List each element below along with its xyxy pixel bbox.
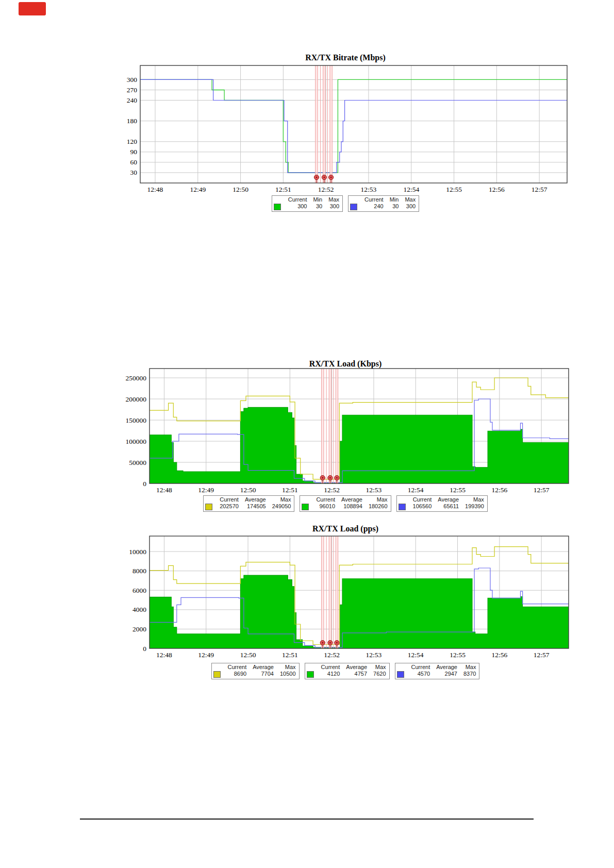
legend-value: 7704	[246, 671, 274, 678]
legend-header: Max	[274, 664, 296, 671]
legend-box: CurrentMinMax24030300	[348, 195, 419, 212]
legend-header: Current	[222, 664, 247, 671]
legend-value: 4570	[405, 671, 430, 678]
svg-text:12:50: 12:50	[240, 651, 256, 659]
legend-header: Average	[432, 496, 459, 503]
svg-text:100000: 100000	[126, 438, 147, 445]
legend-value: 30	[307, 203, 322, 210]
svg-text:200000: 200000	[126, 395, 147, 403]
svg-text:300: 300	[127, 76, 138, 84]
legend-value: 2947	[430, 671, 457, 678]
svg-text:12:50: 12:50	[240, 486, 256, 494]
svg-text:12:56: 12:56	[489, 186, 505, 193]
bitrate-chart-canvas: 12:4812:4912:5012:5112:5212:5312:5412:55…	[119, 64, 572, 194]
svg-text:12:53: 12:53	[366, 651, 382, 659]
svg-text:12:49: 12:49	[198, 486, 214, 494]
event-marker-lines	[322, 536, 338, 648]
svg-text:12:55: 12:55	[450, 486, 466, 494]
svg-text:12:55: 12:55	[450, 651, 466, 659]
legend-header: Max	[399, 196, 416, 203]
legend-header: Min	[384, 196, 399, 203]
legend-value: 199390	[459, 503, 484, 510]
legend-value: 30	[384, 203, 399, 210]
svg-text:12:48: 12:48	[156, 486, 172, 494]
legend-swatch	[213, 671, 221, 678]
svg-text:8000: 8000	[132, 567, 146, 575]
legend-header: Current	[310, 496, 335, 503]
legend-swatch	[205, 504, 212, 510]
svg-text:0: 0	[143, 480, 146, 488]
legend-header: Current	[282, 196, 307, 203]
load-pps-chart-title: RX/TX Load (pps)	[119, 524, 572, 533]
legend-value: 4120	[315, 671, 340, 678]
legend-box: CurrentAverageMax457029478370	[395, 663, 480, 679]
legend-value: 65611	[432, 503, 459, 510]
event-marker-lines	[316, 65, 333, 183]
y-axis-labels: 0200040006000800010000	[129, 548, 146, 653]
y-axis-labels: 050000100000150000200000250000	[126, 374, 147, 488]
legend-value: 202570	[213, 503, 239, 510]
svg-text:12:51: 12:51	[275, 186, 291, 193]
legend-header: Current	[358, 196, 384, 203]
legend-swatch	[397, 671, 404, 678]
legend-header: Average	[335, 496, 362, 503]
legend-value: 10500	[274, 671, 296, 678]
series-blue	[140, 79, 567, 173]
svg-text:12:51: 12:51	[282, 486, 298, 494]
load-kbps-chart-legend: CurrentAverageMax202570174505249050Curre…	[119, 495, 572, 512]
x-axis-labels: 12:4812:4912:5012:5112:5212:5312:5412:55…	[147, 186, 547, 193]
bitrate-chart-title: RX/TX Bitrate (Mbps)	[119, 53, 572, 62]
svg-text:12:51: 12:51	[282, 651, 298, 659]
legend-value: 249050	[266, 503, 291, 510]
bitrate-chart-legend: CurrentMinMax30030300CurrentMinMax240303…	[119, 195, 572, 212]
y-axis-labels: 300270240180120906030	[127, 76, 138, 177]
legend-box: CurrentAverageMax412047577620	[305, 663, 390, 679]
legend-value: 106560	[407, 503, 432, 510]
legend-value: 300	[322, 203, 339, 210]
legend-value: 300	[282, 203, 307, 210]
legend-swatch	[307, 671, 314, 678]
svg-text:12:52: 12:52	[318, 186, 334, 193]
legend-header: Max	[457, 664, 476, 671]
red-marker	[19, 2, 46, 15]
legend-header: Average	[340, 664, 367, 671]
legend-swatch	[350, 204, 357, 210]
page-footer-divider	[80, 819, 534, 820]
legend-swatch	[274, 204, 281, 210]
legend-value: 108894	[335, 503, 362, 510]
svg-text:12:53: 12:53	[361, 186, 377, 193]
svg-text:12:55: 12:55	[446, 186, 462, 193]
legend-header: Average	[246, 664, 274, 671]
legend-header: Max	[459, 496, 484, 503]
legend-box: CurrentMinMax30030300	[272, 195, 343, 212]
legend-box: CurrentAverageMax10656065611199390	[396, 495, 488, 512]
legend-header: Current	[405, 664, 430, 671]
legend-value: 8690	[222, 671, 247, 678]
svg-text:12:52: 12:52	[324, 651, 340, 659]
svg-text:12:50: 12:50	[233, 186, 248, 193]
svg-text:120: 120	[127, 138, 138, 145]
x-axis-labels: 12:4812:4912:5012:5112:5212:5312:5412:55…	[156, 486, 550, 494]
legend-box: CurrentAverageMax96010108894180260	[300, 495, 391, 512]
svg-text:12:57: 12:57	[534, 651, 550, 659]
legend-value: 7620	[367, 671, 386, 678]
svg-text:12:48: 12:48	[156, 651, 172, 659]
load-pps-chart-canvas: 12:4812:4912:5012:5112:5212:5312:5412:55…	[119, 533, 572, 663]
svg-text:10000: 10000	[129, 548, 146, 556]
legend-value: 4757	[340, 671, 367, 678]
svg-text:30: 30	[130, 169, 138, 176]
svg-text:12:52: 12:52	[324, 486, 340, 494]
legend-value: 96010	[310, 503, 335, 510]
load-pps-chart-legend: CurrentAverageMax8690770410500CurrentAve…	[119, 663, 572, 679]
svg-text:12:54: 12:54	[408, 651, 424, 659]
series-green	[150, 575, 569, 648]
legend-header: Max	[266, 496, 291, 503]
svg-text:12:56: 12:56	[491, 486, 507, 494]
legend-header: Max	[322, 196, 339, 203]
svg-text:50000: 50000	[129, 459, 146, 466]
legend-value: 174505	[239, 503, 266, 510]
svg-text:6000: 6000	[132, 587, 146, 594]
event-marker-lines	[322, 369, 338, 483]
legend-header: Min	[307, 196, 322, 203]
legend-header: Max	[367, 664, 386, 671]
